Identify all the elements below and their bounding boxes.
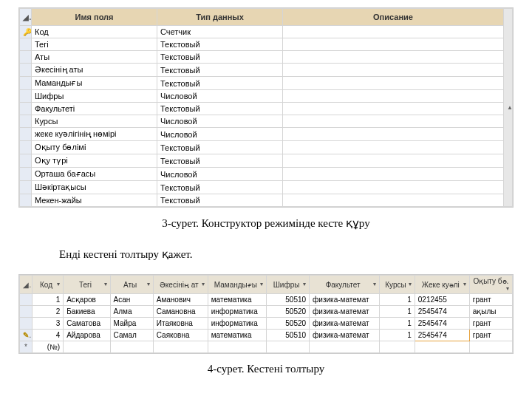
cell[interactable]: Асан	[110, 294, 153, 306]
cell[interactable]	[153, 341, 208, 353]
cell[interactable]: Айдарова	[64, 330, 110, 341]
cell[interactable]: ақылы	[469, 306, 512, 318]
col-mamandygy[interactable]: Мамандығы▾	[208, 276, 266, 294]
design-row[interactable]: ШифрыЧисловой	[20, 90, 513, 103]
desc-cell[interactable]	[283, 141, 504, 154]
cell[interactable]: 1	[380, 318, 415, 330]
cell-active[interactable]: 2545474	[415, 330, 469, 341]
cell[interactable]	[208, 341, 266, 353]
cell[interactable]: 1	[380, 306, 415, 318]
row-selector[interactable]	[20, 154, 32, 168]
desc-cell[interactable]	[283, 26, 504, 38]
cell[interactable]: физика-математ	[310, 330, 380, 341]
cell[interactable]: грант	[469, 330, 512, 341]
type-cell[interactable]: Текстовый	[157, 154, 283, 168]
desc-cell[interactable]	[283, 194, 504, 207]
row-selector[interactable]	[20, 90, 32, 103]
type-cell[interactable]: Счетчик	[157, 26, 283, 38]
design-row[interactable]: 🔑 Код Счетчик	[20, 26, 513, 38]
table-row[interactable]: 3СаматоваМайраИтаяковнаинформатика50520ф…	[20, 318, 513, 330]
cell[interactable]: 50520	[266, 318, 309, 330]
cell[interactable]: информатика	[208, 318, 266, 330]
chevron-down-icon[interactable]: ▾	[202, 281, 205, 287]
field-cell[interactable]: Оқыту бөлімі	[32, 141, 157, 154]
cell[interactable]: Самановна	[153, 306, 208, 318]
cell[interactable]: Саматова	[64, 318, 110, 330]
cell[interactable]: физика-математ	[310, 294, 380, 306]
cell[interactable]: Бакиева	[64, 306, 110, 318]
col-fakultet[interactable]: Факультет▾	[310, 276, 380, 294]
cell[interactable]	[110, 341, 153, 353]
cell[interactable]: Асқаров	[64, 294, 110, 306]
cell[interactable]: 1	[380, 294, 415, 306]
type-cell[interactable]: Текстовый	[157, 103, 283, 115]
cell[interactable]: Саяковна	[153, 330, 208, 341]
design-row[interactable]: ШәкіртақысыТекстовый	[20, 181, 513, 194]
cell[interactable]	[310, 341, 380, 353]
field-cell[interactable]: Мамандығы	[32, 77, 157, 90]
type-cell[interactable]: Числовой	[157, 90, 283, 103]
row-selector[interactable]	[20, 128, 32, 141]
field-cell[interactable]: Аты	[32, 51, 157, 64]
design-row[interactable]: ФакультетіТекстовый	[20, 103, 513, 115]
col-kursy[interactable]: Курсы▾	[380, 276, 415, 294]
cell[interactable]: 4	[32, 330, 63, 341]
cell[interactable]: грант	[469, 318, 512, 330]
desc-cell[interactable]	[283, 51, 504, 64]
field-cell[interactable]: Тегі	[32, 38, 157, 51]
desc-cell[interactable]	[283, 181, 504, 194]
design-row[interactable]: АтыТекстовый	[20, 51, 513, 64]
row-selector[interactable]	[20, 51, 32, 64]
field-cell[interactable]: жеке куәлігінің нөмірі	[32, 128, 157, 141]
row-selector[interactable]	[20, 38, 32, 51]
col-shifry[interactable]: Шифры▾	[266, 276, 309, 294]
desc-cell[interactable]	[283, 103, 504, 115]
cell[interactable]: Итаяковна	[153, 318, 208, 330]
select-all-cell[interactable]: ◢	[20, 9, 32, 26]
cell-new-id[interactable]: (№)	[32, 341, 63, 353]
row-selector[interactable]	[20, 168, 32, 181]
row-selector[interactable]	[20, 194, 32, 207]
type-cell[interactable]: Числовой	[157, 115, 283, 128]
table-row-new[interactable]: *(№)	[20, 341, 513, 353]
cell[interactable]: 2	[32, 306, 63, 318]
col-field-name[interactable]: Имя поля	[32, 9, 157, 26]
desc-cell[interactable]	[283, 168, 504, 181]
cell[interactable]: 1	[380, 330, 415, 341]
row-selector[interactable]	[20, 306, 33, 318]
design-row[interactable]: МамандығыТекстовый	[20, 77, 513, 90]
col-akesi[interactable]: Әкесінің ат▾	[153, 276, 208, 294]
col-kod[interactable]: Код▾	[32, 276, 63, 294]
field-cell[interactable]: Әкесінің аты	[32, 64, 157, 77]
chevron-down-icon[interactable]: ▾	[506, 285, 509, 292]
cell[interactable]: 50510	[266, 330, 309, 341]
cell[interactable]: информатика	[208, 306, 266, 318]
chevron-down-icon[interactable]: ▾	[104, 281, 107, 287]
col-tegi[interactable]: Тегі▾	[64, 276, 110, 294]
row-selector[interactable]	[20, 294, 33, 306]
type-cell[interactable]: Числовой	[157, 128, 283, 141]
cell[interactable]: Алма	[110, 306, 153, 318]
cell[interactable]: 1	[32, 294, 63, 306]
design-row[interactable]: жеке куәлігінің нөміріЧисловой	[20, 128, 513, 141]
chevron-down-icon[interactable]: ▾	[147, 281, 150, 287]
desc-cell[interactable]	[283, 115, 504, 128]
desc-cell[interactable]	[283, 64, 504, 77]
cell[interactable]: грант	[469, 294, 512, 306]
row-selector-new[interactable]: *	[20, 341, 33, 353]
chevron-down-icon[interactable]: ▾	[463, 281, 466, 287]
cell[interactable]: 50520	[266, 306, 309, 318]
design-row[interactable]: Мекен-жайыТекстовый	[20, 194, 513, 207]
desc-cell[interactable]	[283, 77, 504, 90]
cell[interactable]: Самал	[110, 330, 153, 341]
field-cell[interactable]: Оқу түрі	[32, 154, 157, 168]
cell[interactable]	[415, 341, 469, 353]
type-cell[interactable]: Текстовый	[157, 77, 283, 90]
chevron-down-icon[interactable]: ▾	[373, 281, 376, 287]
cell[interactable]: Аманович	[153, 294, 208, 306]
chevron-down-icon[interactable]: ▾	[409, 281, 412, 287]
desc-cell[interactable]	[283, 154, 504, 168]
design-row[interactable]: Әкесінің атыТекстовый	[20, 64, 513, 77]
row-selector[interactable]	[20, 181, 32, 194]
col-okytu-bolim[interactable]: Оқыту бө.▾	[469, 276, 512, 294]
